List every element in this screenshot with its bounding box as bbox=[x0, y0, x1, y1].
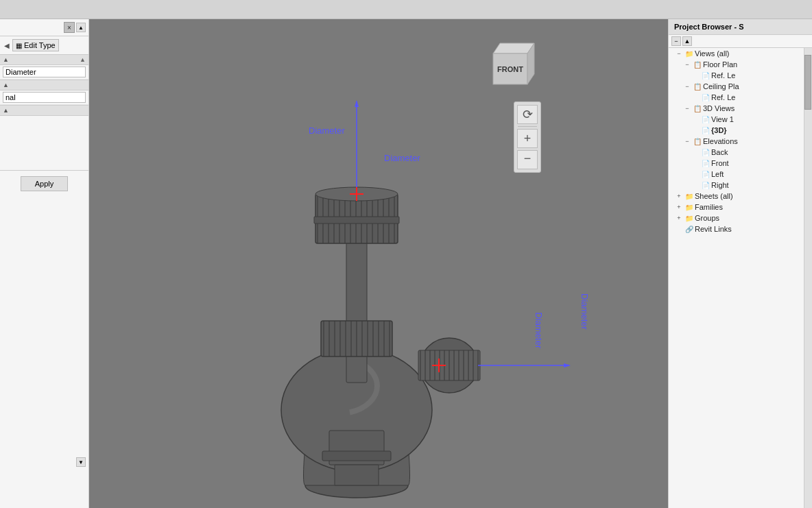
project-browser-header: Project Browser - S bbox=[669, 19, 812, 35]
tree-icon-back: 📄 bbox=[700, 147, 711, 157]
section-collapse-3[interactable]: ▲ bbox=[0, 106, 88, 116]
section-collapse-constraints[interactable]: ▲ ▲ bbox=[0, 55, 88, 65]
browser-section: − 📁 Views (all) − 📋 Floor Plan 📄 Ref. Le bbox=[669, 48, 812, 508]
tree-toggle-view1 bbox=[691, 114, 700, 124]
apply-button[interactable]: Apply bbox=[21, 176, 69, 191]
tree-item-back[interactable]: 📄 Back bbox=[669, 147, 804, 158]
browser-scrollbar[interactable] bbox=[804, 48, 812, 508]
tree-toggle-right bbox=[691, 180, 700, 190]
tree-icon-floor-plan: 📋 bbox=[692, 60, 703, 69]
tree-item-left[interactable]: 📄 Left bbox=[669, 169, 804, 180]
svg-rect-39 bbox=[314, 217, 399, 223]
tree-label-left: Left bbox=[711, 170, 724, 178]
tree-toggle-families: + bbox=[674, 202, 684, 212]
diameter-row bbox=[0, 65, 88, 80]
browser-toolbar: − ▲ bbox=[669, 35, 812, 48]
tree-label-3d: {3D} bbox=[711, 126, 727, 134]
edit-type-label: Edit Type bbox=[24, 41, 56, 49]
section-scroll-btn[interactable]: ▲ bbox=[80, 56, 86, 63]
tree-label-front: Front bbox=[711, 159, 729, 167]
view-cube[interactable]: FRONT bbox=[479, 33, 541, 95]
tree-item-floor-plan[interactable]: − 📋 Floor Plan bbox=[669, 59, 804, 70]
section3 bbox=[0, 116, 88, 171]
nal-row bbox=[0, 90, 88, 105]
nav-orbit-button[interactable]: ⟳ bbox=[517, 105, 538, 124]
tree-toggle-3d bbox=[691, 125, 700, 135]
browser-collapse-button[interactable]: − bbox=[671, 36, 681, 46]
tree-toggle-ref-le-1 bbox=[691, 71, 700, 80]
tree-item-ceiling-pla[interactable]: − 📋 Ceiling Pla bbox=[669, 81, 804, 92]
tree-label-floor-plan: Floor Plan bbox=[703, 60, 737, 69]
tree-item-ref-le-1[interactable]: 📄 Ref. Le bbox=[669, 70, 804, 81]
panel-scroll-down-button[interactable]: ▼ bbox=[76, 457, 86, 467]
tree-toggle-floor-plan: − bbox=[682, 60, 692, 69]
panel-scroll-up-button[interactable]: ▲ bbox=[76, 23, 86, 32]
title-bar bbox=[0, 0, 812, 19]
tree-icon-3d: 📄 bbox=[700, 125, 711, 135]
tree-item-3d[interactable]: 📄 {3D} bbox=[669, 125, 804, 136]
tree-icon-ref-le-1: 📄 bbox=[700, 71, 711, 80]
tree-toggle-sheets: + bbox=[674, 191, 684, 201]
browser-tree: − 📁 Views (all) − 📋 Floor Plan 📄 Ref. Le bbox=[669, 48, 804, 508]
tree-item-right[interactable]: 📄 Right bbox=[669, 180, 804, 191]
browser-scrollbar-thumb[interactable] bbox=[804, 55, 811, 110]
tree-icon-ceiling-pla: 📋 bbox=[692, 82, 703, 91]
nav-zoom-in-button[interactable]: + bbox=[517, 129, 538, 148]
tree-label-sheets: Sheets (all) bbox=[695, 192, 733, 200]
tree-icon-3d-views: 📋 bbox=[692, 104, 703, 113]
tree-toggle-elevations: − bbox=[682, 136, 692, 146]
nal-input[interactable] bbox=[3, 92, 86, 103]
tree-icon-ref-le-2: 📄 bbox=[700, 93, 711, 102]
diameter-input[interactable] bbox=[3, 66, 86, 77]
tree-toggle-left bbox=[691, 169, 700, 179]
svg-marker-55 bbox=[355, 100, 359, 107]
tree-icon-revit-links: 🔗 bbox=[684, 224, 695, 234]
tree-toggle-3d-views: − bbox=[682, 104, 692, 113]
tree-icon-left: 📄 bbox=[700, 169, 711, 179]
tree-icon-sheets: 📁 bbox=[684, 191, 695, 201]
view-cube-svg: FRONT bbox=[479, 33, 541, 95]
nav-zoom-out-button[interactable]: − bbox=[517, 150, 538, 169]
svg-rect-5 bbox=[335, 465, 379, 485]
tree-toggle-views-all: − bbox=[674, 49, 684, 58]
tree-item-sheets[interactable]: + 📁 Sheets (all) bbox=[669, 191, 804, 202]
tree-label-3d-views: 3D Views bbox=[703, 104, 735, 112]
tree-label-ref-le-2: Ref. Le bbox=[711, 93, 735, 101]
tree-item-groups[interactable]: + 📁 Groups bbox=[669, 213, 804, 223]
svg-rect-21 bbox=[346, 242, 367, 383]
tree-toggle-revit-links bbox=[674, 224, 684, 234]
right-panel: Project Browser - S − ▲ − 📁 Views (all) … bbox=[668, 19, 812, 508]
tree-label-revit-links: Revit Links bbox=[695, 225, 732, 233]
other-section bbox=[0, 90, 88, 106]
svg-text:FRONT: FRONT bbox=[497, 65, 523, 73]
tree-icon-families: 📁 bbox=[684, 202, 695, 212]
tree-toggle-ref-le-2 bbox=[691, 93, 700, 102]
tree-item-view1[interactable]: 📄 View 1 bbox=[669, 114, 804, 125]
tree-item-elevations[interactable]: − 📋 Elevations bbox=[669, 136, 804, 147]
3d-model bbox=[144, 47, 624, 508]
project-browser-title: Project Browser - S bbox=[674, 23, 743, 31]
svg-rect-4 bbox=[322, 451, 391, 461]
tree-item-families[interactable]: + 📁 Families bbox=[669, 202, 804, 213]
collapse-icon-2: ▲ bbox=[3, 82, 9, 88]
edit-type-button[interactable]: ▦ Edit Type bbox=[12, 39, 59, 51]
tree-item-front[interactable]: 📄 Front bbox=[669, 158, 804, 169]
tree-item-3d-views[interactable]: − 📋 3D Views bbox=[669, 103, 804, 114]
collapse-icon-up: ▲ bbox=[3, 56, 9, 63]
tree-item-ref-le-2[interactable]: 📄 Ref. Le bbox=[669, 92, 804, 103]
tree-item-views-all[interactable]: − 📁 Views (all) bbox=[669, 48, 804, 59]
tree-label-ref-le-1: Ref. Le bbox=[711, 71, 735, 80]
tree-toggle-front bbox=[691, 158, 700, 168]
constraints-section bbox=[0, 65, 88, 80]
panel-toolbar: ◀ ▦ Edit Type bbox=[0, 36, 88, 55]
edit-type-icon: ▦ bbox=[16, 42, 22, 49]
tree-icon-right: 📄 bbox=[700, 180, 711, 190]
close-button[interactable]: × bbox=[64, 22, 75, 33]
viewport[interactable]: Diameter Diameter FRONT ⟳ + − Diameter bbox=[89, 19, 668, 508]
tree-icon-view1: 📄 bbox=[700, 114, 711, 124]
tree-item-revit-links[interactable]: 🔗 Revit Links bbox=[669, 223, 804, 234]
section-collapse-other[interactable]: ▲ bbox=[0, 80, 88, 90]
browser-scroll-up-button[interactable]: ▲ bbox=[682, 36, 692, 46]
tree-label-back: Back bbox=[711, 148, 728, 156]
collapse-icon-3: ▲ bbox=[3, 107, 9, 114]
